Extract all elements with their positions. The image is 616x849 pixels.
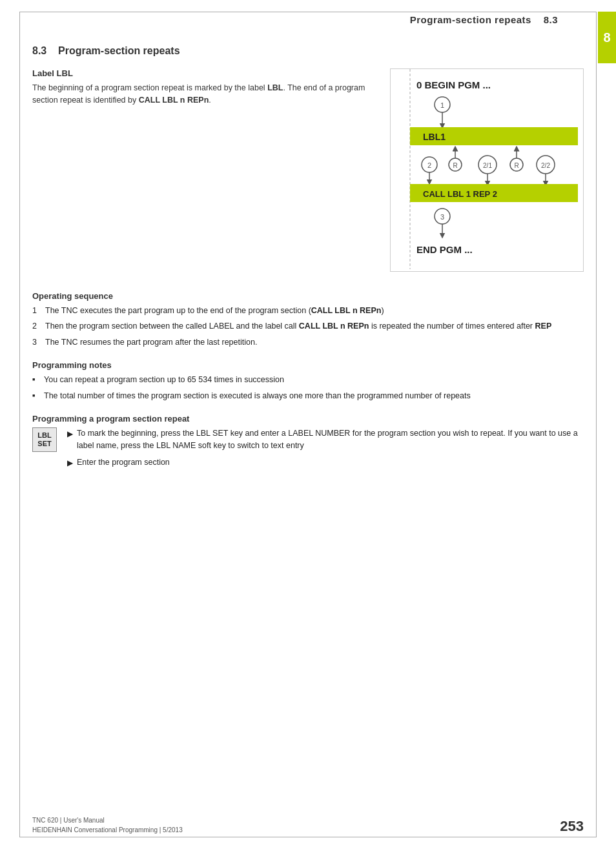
label-lbl-heading: Label LBL (32, 68, 377, 78)
tab-number: 8 (603, 30, 610, 45)
programming-repeat-block: Programming a program section repeat LBL… (32, 414, 584, 475)
arrow-icon-2: ▶ (67, 457, 73, 469)
label-lbl-body: The beginning of a program section repea… (32, 82, 377, 107)
svg-text:0   BEGIN PGM ...: 0 BEGIN PGM ... (416, 79, 491, 90)
svg-text:R: R (514, 162, 518, 169)
operating-sequence-heading: Operating sequence (32, 291, 584, 301)
programming-notes-heading: Programming notes (32, 360, 584, 370)
diagram: 0 BEGIN PGM ... 1 LBL1 2 (390, 68, 584, 272)
programming-repeat-content: LBL SET ▶ To mark the beginning, press t… (32, 427, 584, 475)
programming-repeat-heading: Programming a program section repeat (32, 414, 584, 424)
operating-sequence-block: Operating sequence 1 The TNC executes th… (32, 291, 584, 349)
svg-text:LBL1: LBL1 (423, 132, 446, 142)
svg-text:R: R (453, 162, 457, 169)
page-border-bottom (19, 837, 597, 837)
svg-text:END PGM ...: END PGM ... (416, 244, 473, 255)
chapter-tab: 8 (598, 12, 616, 63)
top-section: Label LBL The beginning of a program sec… (32, 68, 584, 272)
main-content: 8.3 Program-section repeats Label LBL Th… (32, 45, 584, 817)
page-border-right (596, 12, 597, 837)
section-heading-block: 8.3 Program-section repeats (32, 45, 584, 57)
list-item: The total number of times the program se… (32, 390, 584, 402)
page-number: 253 (560, 818, 584, 835)
arrow-icon-1: ▶ (67, 428, 73, 440)
svg-text:3: 3 (440, 213, 444, 221)
svg-text:CALL LBL 1 REP 2: CALL LBL 1 REP 2 (423, 189, 497, 199)
programming-notes-block: Programming notes You can repeat a progr… (32, 360, 584, 402)
footer-text: TNC 620 | User's Manual HEIDENHAIN Conve… (32, 815, 183, 835)
instruction-list: ▶ To mark the beginning, press the LBL S… (67, 427, 584, 475)
programming-notes-list: You can repeat a program section up to 6… (32, 374, 584, 402)
svg-text:2: 2 (427, 161, 431, 169)
svg-text:2/2: 2/2 (541, 162, 550, 169)
section-title: 8.3 Program-section repeats (32, 45, 584, 57)
svg-text:2/1: 2/1 (483, 162, 492, 169)
list-item: 2 Then the program section between the c… (32, 320, 584, 332)
page-footer: TNC 620 | User's Manual HEIDENHAIN Conve… (32, 815, 584, 835)
page-header: Program-section repeats 8.3 (32, 14, 584, 25)
instruction-item-2: ▶ Enter the program section (67, 456, 584, 469)
svg-text:1: 1 (440, 101, 444, 109)
operating-sequence-list: 1 The TNC executes the part program up t… (32, 305, 584, 349)
list-item: 3 The TNC resumes the part program after… (32, 336, 584, 349)
lbl-set-key[interactable]: LBL SET (32, 427, 57, 452)
diagram-svg: 0 BEGIN PGM ... 1 LBL1 2 (391, 69, 578, 269)
right-column: 0 BEGIN PGM ... 1 LBL1 2 (390, 68, 584, 272)
list-item: 1 The TNC executes the part program up t… (32, 305, 584, 317)
left-column: Label LBL The beginning of a program sec… (32, 68, 377, 272)
instruction-item-1: ▶ To mark the beginning, press the LBL S… (67, 427, 584, 452)
header-title: Program-section repeats 8.3 (410, 14, 558, 25)
page-border-top (19, 12, 597, 12)
page-border-left (19, 12, 20, 837)
list-item: You can repeat a program section up to 6… (32, 374, 584, 386)
